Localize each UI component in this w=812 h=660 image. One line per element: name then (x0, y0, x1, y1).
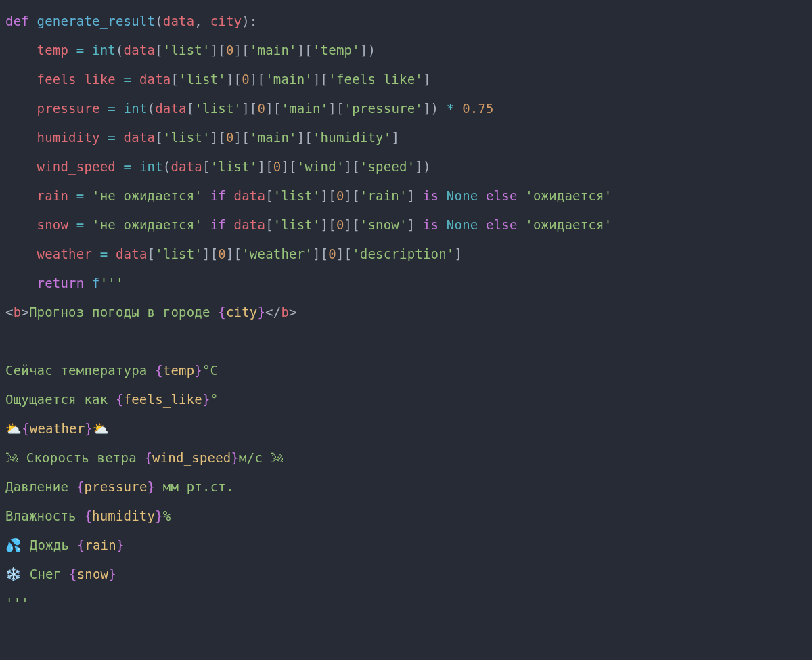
code-line: return f''' (5, 276, 124, 290)
droplet-icon: 💦 Дождь (5, 537, 77, 552)
code-line: rain = 'не ожидается' if data['list'][0]… (5, 188, 612, 203)
keyword-def: def (5, 14, 29, 28)
code-line: temp = int(data['list'][0]['main']['temp… (5, 43, 376, 58)
cloud-sun-icon: ⛅ (93, 421, 109, 436)
wind-icon: м/с 🌬 (239, 450, 284, 465)
code-line: Давление {pressure} мм рт.ст. (5, 479, 234, 494)
snowflake-icon: ❄️ Снег (5, 567, 69, 581)
code-line: Влажность {humidity}% (5, 508, 171, 523)
function-name: generate_result (37, 14, 156, 28)
code-line: humidity = data['list'][0]['main']['humi… (5, 130, 399, 145)
code-line: wind_speed = int(data['list'][0]['wind']… (5, 159, 431, 174)
code-line: <b>Прогноз погоды в городе {city}</b> (5, 305, 297, 320)
code-line: ⛅{weather}⛅ (5, 421, 109, 436)
code-line: snow = 'не ожидается' if data['list'][0]… (5, 217, 612, 232)
code-line: pressure = int(data['list'][0]['main']['… (5, 101, 494, 116)
wind-icon: 🌬 Скорость ветра (5, 450, 144, 465)
cloud-sun-icon: ⛅ (5, 421, 22, 436)
code-line (5, 334, 14, 349)
code-line: Сейчас температура {temp}°С (5, 363, 218, 378)
code-line: weather = data['list'][0]['weather'][0][… (5, 246, 462, 261)
code-line: ❄️ Снег {snow} (5, 567, 116, 581)
code-line: feels_like = data['list'][0]['main']['fe… (5, 72, 431, 87)
code-line: Ощущается как {feels_like}° (5, 392, 218, 407)
code-editor[interactable]: def generate_result(data, city): temp = … (0, 0, 812, 625)
code-line: def generate_result(data, city): (5, 14, 257, 28)
code-line: 🌬 Скорость ветра {wind_speed}м/с 🌬 (5, 450, 284, 465)
code-line: 💦 Дождь {rain} (5, 537, 125, 552)
code-line: ''' (5, 596, 29, 611)
